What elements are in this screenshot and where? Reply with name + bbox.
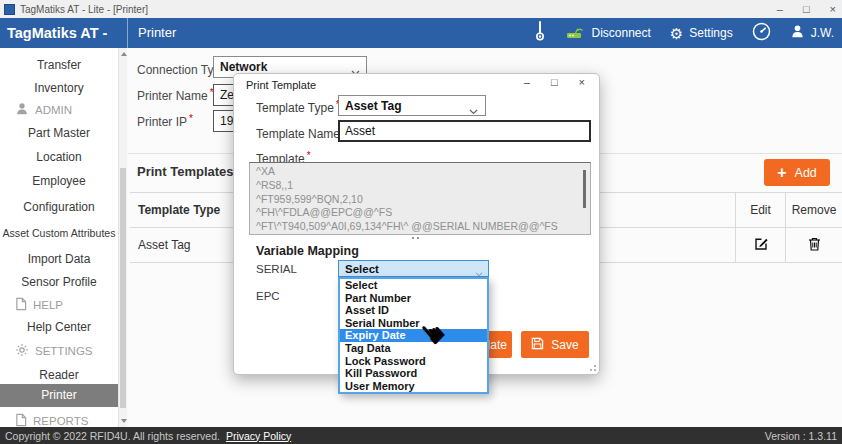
window-title: TagMatiks AT - Lite - [Printer] <box>20 4 148 15</box>
header-divider <box>127 18 128 48</box>
sidebar-item-configuration[interactable]: Configuration <box>0 196 118 218</box>
dropdown-option-part-number[interactable]: Part Number <box>340 292 487 305</box>
save-button[interactable]: Save <box>521 331 589 358</box>
print-templates-title: Print Templates <box>137 164 234 179</box>
admin-user-icon <box>15 102 29 118</box>
save-button-label: Save <box>551 338 578 352</box>
sidebar-item-employee[interactable]: Employee <box>0 170 118 192</box>
edit-icon <box>753 236 769 255</box>
textarea-resize-dots <box>412 237 422 240</box>
required-asterisk: * <box>307 150 311 161</box>
sidebar-item-printer[interactable]: Printer <box>0 384 118 407</box>
dropdown-option-asset-id[interactable]: Asset ID <box>340 304 487 317</box>
dropdown-option-tag-data[interactable]: Tag Data <box>340 342 487 355</box>
sidebar-section-admin[interactable]: ADMIN <box>0 99 118 121</box>
settings-label: Settings <box>689 26 732 40</box>
disconnect-label: Disconnect <box>591 26 650 40</box>
chevron-down-icon <box>469 104 478 118</box>
template-type-value: Asset Tag <box>345 99 401 113</box>
app-icon <box>4 4 15 15</box>
textarea-scrollbar-thumb[interactable] <box>583 170 586 208</box>
dropdown-option-select[interactable]: Select <box>340 279 487 292</box>
sidebar-section-label: REPORTS <box>33 415 88 427</box>
sidebar-section-label: HELP <box>33 299 63 311</box>
brand-title: TagMatiks AT - Lite <box>0 18 127 48</box>
template-type-label: Template Type* <box>256 99 340 115</box>
add-template-button[interactable]: + Add <box>764 159 830 186</box>
sidebar-section-settings[interactable]: SETTINGS <box>0 340 118 362</box>
plus-icon: + <box>777 165 786 181</box>
column-header-remove: Remove <box>785 193 842 228</box>
template-type-select[interactable]: Asset Tag <box>338 95 486 116</box>
remove-row-button[interactable] <box>785 228 842 263</box>
app-header: TagMatiks AT - Lite Printer Disconnect ⚙… <box>0 18 842 48</box>
template-name-label: Template Name* <box>256 125 346 141</box>
sidebar: Transfer Inventory ADMIN Part Master Loc… <box>0 48 127 427</box>
sidebar-section-label: SETTINGS <box>35 345 93 357</box>
settings-gear-icon <box>15 343 29 359</box>
required-asterisk: * <box>189 113 193 124</box>
sidebar-item-location[interactable]: Location <box>0 146 118 168</box>
connection-type-value: Network <box>220 60 267 74</box>
window-minimize-button[interactable]: – <box>777 0 783 18</box>
variable-mapping-title: Variable Mapping <box>256 244 359 258</box>
application-window: TagMatiks AT - Lite - [Printer] – □ × Ta… <box>0 0 842 444</box>
serial-mapping-select[interactable]: Select <box>338 260 489 277</box>
dropdown-option-kill-password[interactable]: Kill Password <box>340 367 487 380</box>
serial-mapping-value: Select <box>345 263 379 275</box>
template-code-textarea[interactable]: ^XA ^RS8,,1 ^FT959,599^BQN,2,10 ^FH\^FDL… <box>249 162 591 235</box>
epc-variable-label: EPC <box>256 290 280 302</box>
sidebar-item-asset-custom-attributes[interactable]: Asset Custom Attributes <box>0 222 118 244</box>
user-menu[interactable]: J.W. <box>790 24 834 42</box>
trash-icon <box>807 236 822 255</box>
floppy-icon <box>531 337 544 353</box>
dialog-title: Print Template <box>246 79 316 91</box>
sidebar-item-part-master[interactable]: Part Master <box>0 122 118 144</box>
window-close-button[interactable]: × <box>830 0 836 18</box>
sidebar-item-sensor-profile[interactable]: Sensor Profile <box>0 271 118 293</box>
scroll-down-icon[interactable] <box>121 419 127 423</box>
reader-icon <box>565 24 585 43</box>
sidebar-item-reader[interactable]: Reader <box>0 364 118 386</box>
add-button-label: Add <box>795 166 817 180</box>
sidebar-section-label: ADMIN <box>35 104 72 116</box>
dashboard-icon[interactable] <box>752 22 771 45</box>
sidebar-item-transfer[interactable]: Transfer <box>0 54 118 76</box>
settings-button[interactable]: ⚙ Settings <box>670 26 733 41</box>
dialog-close-button[interactable]: × <box>579 76 585 88</box>
dialog-minimize-button[interactable]: – <box>524 76 530 88</box>
footer-bar: Copyright © 2022 RFID4U. All rights rese… <box>0 427 842 444</box>
dropdown-option-serial-number[interactable]: Serial Number <box>340 317 487 330</box>
print-template-dialog: Print Template – □ × Template Type* Asse… <box>233 73 600 375</box>
template-name-input[interactable]: Asset <box>338 120 591 142</box>
scrollbar-thumb[interactable] <box>120 168 126 408</box>
privacy-policy-link[interactable]: Privacy Policy <box>226 430 291 442</box>
printer-name-label: Printer Name* <box>137 87 214 103</box>
scroll-up-icon[interactable] <box>121 52 127 56</box>
version-text: Version : 1.3.11 <box>765 430 837 442</box>
column-header-edit: Edit <box>735 193 785 228</box>
dropdown-option-lock-password[interactable]: Lock Password <box>340 355 487 368</box>
thermometer-icon[interactable] <box>534 20 546 46</box>
dropdown-option-user-memory[interactable]: User Memory <box>340 380 487 393</box>
copyright-text: Copyright © 2022 RFID4U. All rights rese… <box>5 430 220 442</box>
sidebar-item-inventory[interactable]: Inventory <box>0 77 118 99</box>
page-title: Printer <box>138 18 176 48</box>
serial-variable-label: SERIAL <box>256 263 297 275</box>
document-icon <box>15 297 27 313</box>
disconnect-button[interactable]: Disconnect <box>565 24 650 43</box>
sidebar-item-import-data[interactable]: Import Data <box>0 248 118 270</box>
sidebar-section-help[interactable]: HELP <box>0 294 118 316</box>
dialog-maximize-button[interactable]: □ <box>551 76 558 88</box>
printer-ip-label: Printer IP* <box>137 113 193 129</box>
sidebar-item-help-center[interactable]: Help Center <box>0 316 118 338</box>
edit-row-button[interactable] <box>735 228 785 263</box>
user-initials: J.W. <box>811 26 834 40</box>
user-icon <box>790 24 805 42</box>
dialog-resize-grip[interactable] <box>588 363 596 371</box>
sidebar-scrollbar[interactable] <box>118 48 127 427</box>
os-titlebar: TagMatiks AT - Lite - [Printer] – □ × <box>0 0 842 18</box>
gear-icon: ⚙ <box>670 26 683 41</box>
window-maximize-button[interactable]: □ <box>803 0 810 18</box>
